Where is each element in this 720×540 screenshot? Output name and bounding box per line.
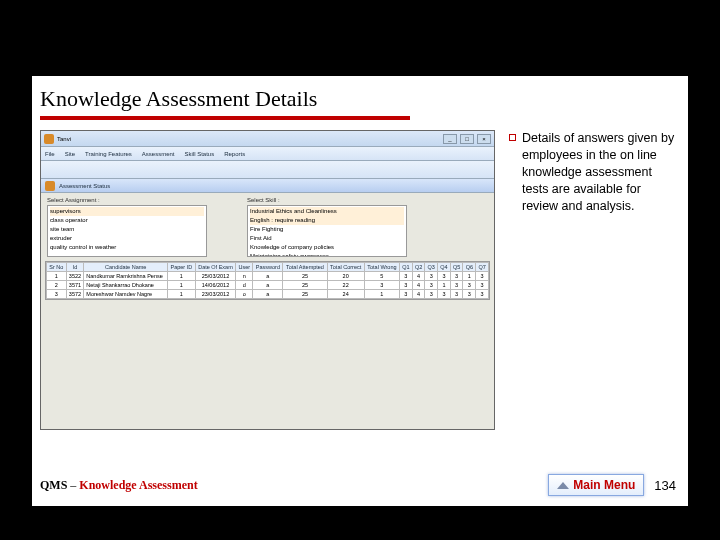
table-cell: 2 bbox=[47, 281, 67, 290]
footer-section: Knowledge Assessment bbox=[79, 478, 197, 492]
table-cell: Netaji Shankarrao Dhokane bbox=[84, 281, 168, 290]
column-header[interactable]: Q7 bbox=[476, 263, 489, 272]
table-cell: 1 bbox=[47, 272, 67, 281]
column-header[interactable]: Total Wrong bbox=[364, 263, 399, 272]
table-cell: 1 bbox=[364, 290, 399, 299]
table-cell: 3572 bbox=[66, 290, 84, 299]
table-cell: 22 bbox=[327, 281, 364, 290]
table-cell: 3571 bbox=[66, 281, 84, 290]
minimize-button[interactable]: _ bbox=[443, 134, 457, 144]
column-header[interactable]: Q5 bbox=[450, 263, 463, 272]
table-cell: 3 bbox=[425, 272, 438, 281]
menu-site[interactable]: Site bbox=[65, 151, 75, 157]
section-header: Assessment Status bbox=[41, 179, 494, 193]
menu-skill-status[interactable]: Skill Status bbox=[185, 151, 215, 157]
list-item[interactable]: Knowledge of company policies bbox=[250, 243, 404, 252]
table-cell: o bbox=[236, 290, 253, 299]
column-header[interactable]: Date Of Exam bbox=[195, 263, 236, 272]
home-icon bbox=[557, 482, 569, 489]
table-cell: 3 bbox=[47, 290, 67, 299]
footer-sep: – bbox=[67, 478, 79, 492]
list-item[interactable]: English : require reading bbox=[250, 216, 404, 225]
table-cell: 25/03/2012 bbox=[195, 272, 236, 281]
column-header[interactable]: Password bbox=[253, 263, 283, 272]
table-cell: 3 bbox=[463, 290, 476, 299]
section-label: Assessment Status bbox=[59, 183, 110, 189]
app-screenshot: Tanvi _ □ × File Site Training Features … bbox=[40, 130, 495, 430]
table-cell: 3 bbox=[450, 290, 463, 299]
table-cell: 1 bbox=[168, 281, 195, 290]
assignment-listbox[interactable]: supervisors class operator site team ext… bbox=[47, 205, 207, 257]
table-cell: 20 bbox=[327, 272, 364, 281]
table-cell: a bbox=[253, 281, 283, 290]
table-cell: 4 bbox=[412, 272, 425, 281]
table-cell: 4 bbox=[412, 281, 425, 290]
list-item[interactable]: Maintaining safety awareness bbox=[250, 252, 404, 257]
person-icon bbox=[45, 181, 55, 191]
slide-title: Knowledge Assessment Details bbox=[32, 76, 688, 116]
list-item[interactable]: class operator bbox=[50, 216, 204, 225]
table-row[interactable]: 23571Netaji Shankarrao Dhokane114/06/201… bbox=[47, 281, 489, 290]
menu-reports[interactable]: Reports bbox=[224, 151, 245, 157]
table-cell: 24 bbox=[327, 290, 364, 299]
table-cell: 1 bbox=[463, 272, 476, 281]
footer-prefix: QMS bbox=[40, 478, 67, 492]
column-header[interactable]: Q4 bbox=[438, 263, 451, 272]
table-cell: d bbox=[236, 281, 253, 290]
list-item[interactable]: Fire Fighting bbox=[250, 225, 404, 234]
table-cell: 3522 bbox=[66, 272, 84, 281]
column-header[interactable]: Id bbox=[66, 263, 84, 272]
bullet-icon bbox=[509, 134, 516, 141]
main-menu-label: Main Menu bbox=[573, 478, 635, 492]
window-title: Tanvi bbox=[57, 136, 71, 142]
table-cell: 3 bbox=[476, 281, 489, 290]
table-row[interactable]: 33572Moreshwar Namdev Nagre123/03/2012oa… bbox=[47, 290, 489, 299]
column-header[interactable]: Paper ID bbox=[168, 263, 195, 272]
table-cell: 3 bbox=[463, 281, 476, 290]
column-header[interactable]: Q2 bbox=[412, 263, 425, 272]
table-cell: Nandkumar Ramkrishna Pense bbox=[84, 272, 168, 281]
list-item[interactable]: Industrial Ethics and Cleanliness bbox=[250, 207, 404, 216]
table-cell: 3 bbox=[364, 281, 399, 290]
table-cell: 25 bbox=[283, 281, 327, 290]
table-cell: 14/06/2012 bbox=[195, 281, 236, 290]
list-item[interactable]: site team bbox=[50, 225, 204, 234]
column-header[interactable]: Total Attempted bbox=[283, 263, 327, 272]
skill-listbox[interactable]: Industrial Ethics and Cleanliness Englis… bbox=[247, 205, 407, 257]
menu-file[interactable]: File bbox=[45, 151, 55, 157]
table-cell: 3 bbox=[400, 281, 413, 290]
description-column: Details of answers given by employees in… bbox=[495, 130, 680, 430]
main-menu-button[interactable]: Main Menu bbox=[548, 474, 644, 496]
column-header[interactable]: Q1 bbox=[400, 263, 413, 272]
table-row[interactable]: 13522Nandkumar Ramkrishna Pense125/03/20… bbox=[47, 272, 489, 281]
menubar: File Site Training Features Assessment S… bbox=[41, 147, 494, 161]
column-header[interactable]: Candidate Name bbox=[84, 263, 168, 272]
table-cell: n bbox=[236, 272, 253, 281]
skill-label: Select Skill : bbox=[247, 197, 407, 203]
list-item[interactable]: extruder bbox=[50, 234, 204, 243]
table-cell: 3 bbox=[476, 290, 489, 299]
table-cell: 3 bbox=[400, 272, 413, 281]
filter-panel: Select Assignment : supervisors class op… bbox=[41, 193, 494, 259]
assignment-label: Select Assignment : bbox=[47, 197, 207, 203]
maximize-button[interactable]: □ bbox=[460, 134, 474, 144]
menu-assessment[interactable]: Assessment bbox=[142, 151, 175, 157]
column-header[interactable]: Q6 bbox=[463, 263, 476, 272]
column-header[interactable]: Q3 bbox=[425, 263, 438, 272]
grid-empty-area bbox=[41, 300, 494, 430]
table-cell: 1 bbox=[168, 290, 195, 299]
list-item[interactable]: supervisors bbox=[50, 207, 204, 216]
list-item[interactable]: quality control in weather bbox=[50, 243, 204, 252]
column-header[interactable]: Total Correct bbox=[327, 263, 364, 272]
table-cell: 3 bbox=[425, 290, 438, 299]
close-button[interactable]: × bbox=[477, 134, 491, 144]
table-cell: 3 bbox=[476, 272, 489, 281]
table-cell: a bbox=[253, 290, 283, 299]
menu-training[interactable]: Training Features bbox=[85, 151, 132, 157]
description-text: Details of answers given by employees in… bbox=[522, 130, 680, 214]
list-item[interactable]: First Aid bbox=[250, 234, 404, 243]
column-header[interactable]: Sr No bbox=[47, 263, 67, 272]
table-cell: 1 bbox=[438, 281, 451, 290]
table-cell: 3 bbox=[438, 272, 451, 281]
column-header[interactable]: User bbox=[236, 263, 253, 272]
